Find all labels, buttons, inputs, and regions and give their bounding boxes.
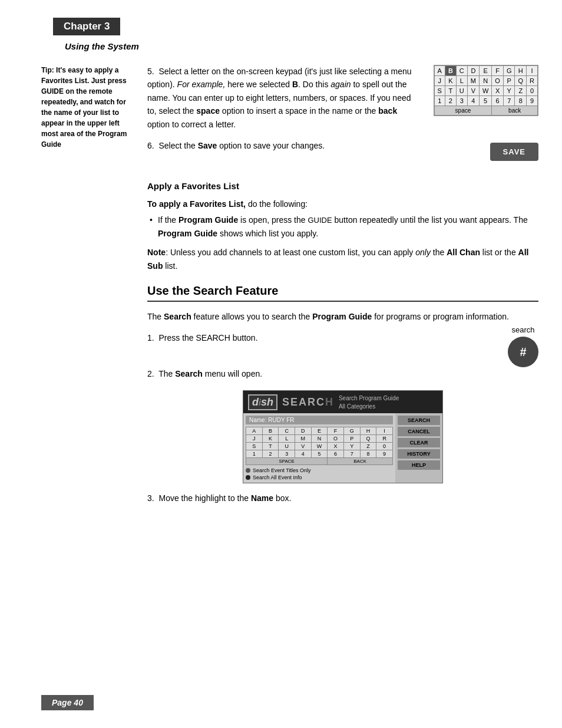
mini-back-key[interactable]: BACK (328, 457, 393, 465)
search-menu-body: Name: RUDY FR ABCDEFGHI JKLMNOPQR STUVWX… (243, 413, 442, 483)
option2-dot (246, 475, 250, 480)
back-key[interactable]: back (492, 106, 538, 116)
step1-section: 1. Press the SEARCH button. search # (147, 331, 538, 367)
step3-number: 3. (147, 493, 158, 503)
search-menu-header: dish SEARCH Search Program Guide All Cat… (243, 391, 442, 413)
chapter-header: Chapter 3 (53, 18, 120, 35)
search-search-btn[interactable]: SEARCH (398, 416, 440, 425)
name-bar: Name: RUDY FR (246, 416, 393, 424)
search-label: search (508, 325, 538, 334)
step5-number: 5. (147, 67, 158, 76)
search-desc: The Search feature allows you to search … (147, 310, 538, 323)
mini-keyboard: ABCDEFGHI JKLMNOPQR STUVWXYZ0 123456789 … (246, 427, 393, 465)
step6-number: 6. (147, 141, 158, 150)
sidebar-tip: Tip: It's easy to apply a Favorites List… (41, 65, 133, 150)
search-hash-symbol: # (520, 345, 526, 359)
search-text-logo: SEARCH (282, 396, 334, 409)
search-option1: Search Event Titles Only (246, 467, 393, 473)
step2-number: 2. (147, 369, 158, 378)
search-cancel-btn[interactable]: CANCEL (398, 427, 440, 436)
search-clear-btn[interactable]: CLEAR (398, 438, 440, 447)
step5-section: ABCDEFGHI JKLMNOPQR STUVWXYZ0 123456789 … (147, 65, 538, 139)
option1-label: Search Event Titles Only (253, 467, 311, 473)
search-menu-right: SEARCH CANCEL CLEAR HISTORY HELP (395, 413, 442, 483)
dish-logo: dish (248, 394, 277, 410)
option2-label: Search All Event Info (253, 475, 302, 480)
search-history-btn[interactable]: HISTORY (398, 449, 440, 459)
search-feature-section: Use the Search Feature The Search featur… (147, 284, 538, 505)
search-menu-title: Search Program Guide All Categories (339, 394, 399, 411)
keyboard-grid: ABCDEFGHI JKLMNOPQR STUVWXYZ0 123456789 … (434, 65, 538, 116)
chapter-subtitle: Using the System (65, 41, 139, 51)
apply-favorites-title: Apply a Favorites List (147, 181, 538, 191)
option1-dot (246, 468, 250, 473)
page-number: Page 40 (52, 698, 83, 707)
page-footer: Page 40 (41, 695, 94, 710)
search-menu-screenshot: dish SEARCH Search Program Guide All Cat… (243, 390, 443, 483)
search-section-title: Use the Search Feature (147, 284, 538, 302)
chapter-title: Chapter 3 (64, 21, 110, 32)
search-help-btn[interactable]: HELP (398, 460, 440, 470)
step3-text: 3. Move the highlight to the Name box. (147, 492, 538, 505)
main-content: ABCDEFGHI JKLMNOPQR STUVWXYZ0 123456789 … (147, 65, 538, 513)
sidebar-tip-text: Tip: It's easy to apply a Favorites List… (41, 66, 127, 149)
search-circle-button[interactable]: # (508, 337, 538, 367)
search-menu-container: dish SEARCH Search Program Guide All Cat… (147, 390, 538, 483)
search-icon-area: search # (508, 325, 538, 367)
search-option2: Search All Event Info (246, 475, 393, 480)
space-key[interactable]: space (434, 106, 492, 116)
step6-text: 6. Select the Save option to save your c… (147, 139, 478, 152)
step1-number: 1. (147, 333, 158, 342)
apply-note: Note: Unless you add channels to at leas… (147, 246, 538, 272)
search-options: Search Event Titles Only Search All Even… (246, 467, 393, 480)
step2-text: 2. The Search menu will open. (147, 367, 538, 380)
step6-section: 6. Select the Save option to save your c… (147, 139, 538, 170)
step1-text: 1. Press the SEARCH button. (147, 331, 496, 344)
apply-favorites-section: Apply a Favorites List To apply a Favori… (147, 181, 538, 272)
search-menu-left: Name: RUDY FR ABCDEFGHI JKLMNOPQR STUVWX… (243, 413, 395, 483)
apply-favorites-intro: To apply a Favorites List, do the follow… (147, 199, 538, 209)
apply-bullet1: If the Program Guide is open, press the … (158, 213, 538, 240)
save-button[interactable]: SAVE (490, 143, 538, 161)
mini-space-key[interactable]: SPACE (246, 457, 328, 465)
